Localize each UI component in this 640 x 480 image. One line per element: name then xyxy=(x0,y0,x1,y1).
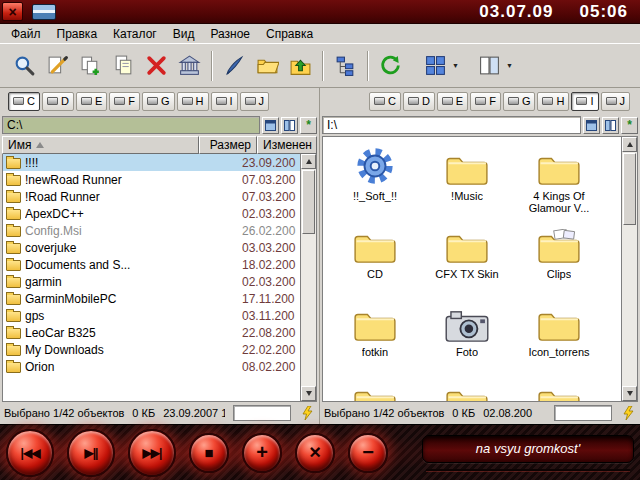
file-item[interactable]: 4 Kings Of Glamour V... xyxy=(513,141,605,219)
tree-button[interactable] xyxy=(329,48,362,84)
column-name[interactable]: Имя xyxy=(2,136,199,154)
scroll-up-button[interactable] xyxy=(622,137,637,152)
left-drive-button-E[interactable]: E xyxy=(76,92,107,111)
next-track-button[interactable]: ▶▶| xyxy=(128,429,176,477)
stop-button[interactable]: ■ xyxy=(189,433,229,473)
menu-edit[interactable]: Правка xyxy=(49,25,106,43)
file-row[interactable]: gps03.11.200 xyxy=(3,307,300,324)
scroll-thumb[interactable] xyxy=(302,170,315,234)
scroll-thumb[interactable] xyxy=(623,153,636,225)
play-pause-button[interactable]: ▶|| xyxy=(67,429,115,477)
left-scrollbar[interactable] xyxy=(300,154,316,401)
date-summary: 23.09.2007 16:49 xyxy=(163,407,225,419)
left-command-input[interactable] xyxy=(233,405,291,421)
right-drive-button-G[interactable]: G xyxy=(503,92,536,111)
right-drive-button-E[interactable]: E xyxy=(437,92,468,111)
drive-letter: D xyxy=(422,95,430,107)
file-item[interactable]: Icon_torrens xyxy=(513,297,605,375)
right-favorites-button[interactable]: * xyxy=(621,117,638,134)
left-history-button[interactable] xyxy=(281,117,298,134)
file-item[interactable] xyxy=(421,375,513,401)
chevron-down-icon[interactable]: ▼ xyxy=(506,62,513,69)
archive-button[interactable] xyxy=(173,48,206,84)
left-view-button[interactable] xyxy=(262,117,279,134)
file-item[interactable] xyxy=(329,375,421,401)
left-drive-button-J[interactable]: J xyxy=(240,92,270,111)
file-item[interactable]: !!_Soft_!! xyxy=(329,141,421,219)
file-row[interactable]: My Downloads22.02.200 xyxy=(3,341,300,358)
file-row[interactable]: Config.Msi26.02.200 xyxy=(3,222,300,239)
menu-misc[interactable]: Разное xyxy=(202,25,258,43)
app-logo-icon[interactable] xyxy=(32,4,56,20)
left-drive-button-C[interactable]: C xyxy=(8,92,40,111)
left-status-bar: Выбрано 1/42 объектов 0 КБ 23.09.2007 16… xyxy=(0,402,319,424)
parent-dir-button[interactable] xyxy=(284,48,317,84)
file-row[interactable]: ApexDC++02.03.200 xyxy=(3,205,300,222)
chevron-down-icon[interactable]: ▼ xyxy=(452,62,459,69)
file-item-label: 4 Kings Of Glamour V... xyxy=(516,190,602,214)
file-item[interactable]: CFX TX Skin xyxy=(421,219,513,297)
menu-view[interactable]: Вид xyxy=(165,25,203,43)
menu-directory[interactable]: Каталог xyxy=(105,25,165,43)
file-item[interactable]: Foto xyxy=(421,297,513,375)
open-folder-button[interactable] xyxy=(251,48,284,84)
file-row[interactable]: !!!!23.09.200 xyxy=(3,154,300,171)
layout-button[interactable] xyxy=(473,48,506,84)
file-row[interactable]: Orion08.02.200 xyxy=(3,358,300,375)
file-item[interactable]: fotkin xyxy=(329,297,421,375)
file-item[interactable]: Clips xyxy=(513,219,605,297)
left-path[interactable]: C:\ xyxy=(2,116,260,134)
file-row[interactable]: Documents and S...18.02.200 xyxy=(3,256,300,273)
delete-button[interactable] xyxy=(140,48,173,84)
close-button[interactable]: × xyxy=(2,2,23,21)
right-path[interactable]: I:\ xyxy=(322,116,581,134)
right-drive-button-F[interactable]: F xyxy=(470,92,501,111)
right-scrollbar[interactable] xyxy=(621,137,637,401)
file-row[interactable]: garmin02.03.200 xyxy=(3,273,300,290)
left-drive-button-D[interactable]: D xyxy=(42,92,74,111)
left-drive-button-I[interactable]: I xyxy=(211,92,238,111)
file-item[interactable] xyxy=(513,375,605,401)
file-row[interactable]: coverjuke03.03.200 xyxy=(3,239,300,256)
view-mode-button[interactable] xyxy=(419,48,452,84)
right-history-button[interactable] xyxy=(602,117,619,134)
right-drive-button-C[interactable]: C xyxy=(369,92,401,111)
scroll-down-button[interactable] xyxy=(622,386,637,401)
duplicate-button[interactable] xyxy=(107,48,140,84)
left-favorites-button[interactable]: * xyxy=(300,117,317,134)
column-size[interactable]: Размер xyxy=(199,136,257,154)
file-item[interactable]: !Music xyxy=(421,141,513,219)
file-item[interactable]: CD xyxy=(329,219,421,297)
menu-file[interactable]: Файл xyxy=(3,25,49,43)
previous-track-button[interactable]: |◀◀ xyxy=(6,429,54,477)
right-drive-button-H[interactable]: H xyxy=(537,92,569,111)
right-quick-search-button[interactable] xyxy=(620,405,636,422)
file-row[interactable]: LeoCar B32522.08.200 xyxy=(3,324,300,341)
file-row[interactable]: !newRoad Runner07.03.200 xyxy=(3,171,300,188)
search-button[interactable] xyxy=(8,48,41,84)
left-quick-search-button[interactable] xyxy=(299,405,315,422)
scroll-down-button[interactable] xyxy=(301,386,316,401)
mute-button[interactable]: × xyxy=(295,433,335,473)
pen-button[interactable] xyxy=(218,48,251,84)
right-view-button[interactable] xyxy=(583,117,600,134)
edit-button[interactable] xyxy=(41,48,74,84)
right-drive-button-I[interactable]: I xyxy=(571,92,598,111)
left-drive-button-G[interactable]: G xyxy=(142,92,175,111)
volume-down-button[interactable]: − xyxy=(348,433,388,473)
right-drive-button-D[interactable]: D xyxy=(403,92,435,111)
left-drive-button-F[interactable]: F xyxy=(109,92,140,111)
file-item-label: CFX TX Skin xyxy=(435,268,498,280)
copy-button[interactable] xyxy=(74,48,107,84)
menu-help[interactable]: Справка xyxy=(258,25,321,43)
file-row[interactable]: GarminMobilePC17.11.200 xyxy=(3,290,300,307)
volume-slider[interactable] xyxy=(426,469,630,471)
scroll-up-button[interactable] xyxy=(301,154,316,169)
right-drive-button-J[interactable]: J xyxy=(601,92,631,111)
left-drive-button-H[interactable]: H xyxy=(177,92,209,111)
column-modified[interactable]: Изменен xyxy=(257,136,317,154)
file-row[interactable]: !Road Runner07.03.200 xyxy=(3,188,300,205)
volume-up-button[interactable]: + xyxy=(242,433,282,473)
right-command-input[interactable] xyxy=(554,405,612,421)
refresh-button[interactable] xyxy=(374,48,407,84)
